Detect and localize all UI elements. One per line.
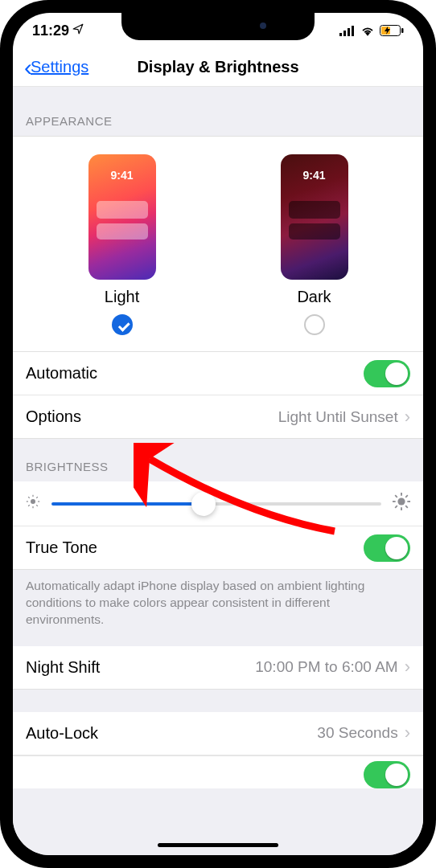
chevron-right-icon: › bbox=[405, 657, 410, 678]
light-mode-label: Light bbox=[105, 288, 139, 306]
battery-charging-icon bbox=[380, 25, 404, 36]
options-label: Options bbox=[26, 407, 81, 426]
light-mode-preview: 9:41 bbox=[88, 154, 156, 280]
automatic-toggle[interactable] bbox=[364, 360, 410, 387]
dark-mode-radio-unchecked-icon[interactable] bbox=[304, 314, 325, 335]
page-title: Display & Brightness bbox=[137, 58, 298, 76]
location-arrow-icon bbox=[72, 23, 84, 38]
svg-rect-3 bbox=[352, 26, 354, 36]
preview-card bbox=[97, 223, 148, 240]
preview-time: 9:41 bbox=[281, 169, 348, 182]
options-value: Light Until Sunset bbox=[278, 408, 398, 426]
svg-line-21 bbox=[395, 495, 397, 497]
dark-mode-label: Dark bbox=[297, 288, 331, 306]
wifi-icon bbox=[360, 25, 375, 36]
light-mode-radio-checked-icon[interactable] bbox=[112, 314, 133, 335]
partial-row bbox=[13, 755, 423, 788]
brightness-group: True Tone bbox=[13, 481, 423, 570]
brightness-section-header: BRIGHTNESS bbox=[13, 439, 423, 481]
brightness-slider-row bbox=[13, 481, 423, 526]
appearance-section-header: APPEARANCE bbox=[13, 87, 423, 136]
light-mode-option[interactable]: 9:41 Light bbox=[30, 154, 214, 335]
svg-rect-0 bbox=[339, 33, 342, 36]
sun-min-icon bbox=[26, 494, 40, 513]
auto-lock-group: Auto-Lock 30 Seconds › bbox=[13, 712, 423, 788]
svg-line-12 bbox=[28, 497, 30, 498]
svg-line-13 bbox=[36, 505, 38, 506]
screen: 11:29 ‹ Settings Display & Br bbox=[13, 13, 423, 855]
cellular-signal-icon bbox=[339, 25, 356, 36]
status-right bbox=[339, 25, 404, 36]
night-shift-value: 10:00 PM to 6:00 AM bbox=[255, 658, 397, 676]
home-indicator[interactable] bbox=[158, 843, 278, 847]
svg-line-24 bbox=[405, 495, 408, 497]
auto-lock-row[interactable]: Auto-Lock 30 Seconds › bbox=[13, 712, 423, 755]
svg-point-16 bbox=[397, 497, 405, 505]
svg-rect-6 bbox=[401, 28, 404, 33]
spacer bbox=[13, 690, 423, 712]
back-button[interactable]: Settings bbox=[31, 58, 88, 76]
night-shift-group: Night Shift 10:00 PM to 6:00 AM › bbox=[13, 646, 423, 690]
chevron-right-icon: › bbox=[405, 407, 410, 428]
options-row[interactable]: Options Light Until Sunset › bbox=[13, 395, 423, 439]
status-left: 11:29 bbox=[32, 23, 84, 39]
preview-card bbox=[289, 223, 340, 240]
auto-lock-label: Auto-Lock bbox=[26, 724, 98, 743]
svg-point-7 bbox=[31, 499, 35, 504]
device-frame: 11:29 ‹ Settings Display & Br bbox=[0, 0, 436, 868]
notch bbox=[121, 13, 315, 40]
svg-line-22 bbox=[405, 506, 408, 508]
nav-bar: ‹ Settings Display & Brightness bbox=[13, 48, 423, 87]
automatic-label: Automatic bbox=[26, 364, 97, 383]
dark-mode-option[interactable]: 9:41 Dark bbox=[222, 154, 406, 335]
preview-time: 9:41 bbox=[88, 169, 156, 182]
partial-toggle[interactable] bbox=[364, 761, 410, 788]
slider-thumb[interactable] bbox=[191, 492, 216, 516]
dark-mode-preview: 9:41 bbox=[281, 154, 348, 280]
chevron-right-icon: › bbox=[405, 723, 410, 743]
true-tone-label: True Tone bbox=[26, 538, 97, 557]
sun-max-icon bbox=[393, 493, 410, 514]
preview-card bbox=[289, 201, 340, 219]
night-shift-label: Night Shift bbox=[26, 658, 100, 677]
preview-card bbox=[97, 201, 148, 219]
content-scroll[interactable]: APPEARANCE 9:41 Light 9:41 bbox=[13, 87, 423, 855]
automatic-row: Automatic bbox=[13, 352, 423, 395]
svg-rect-2 bbox=[348, 28, 350, 36]
status-time: 11:29 bbox=[32, 23, 69, 39]
brightness-slider[interactable] bbox=[51, 502, 381, 506]
svg-line-23 bbox=[395, 506, 397, 508]
svg-line-15 bbox=[36, 497, 38, 498]
true-tone-toggle[interactable] bbox=[364, 534, 410, 562]
true-tone-footer: Automatically adapt iPhone display based… bbox=[13, 570, 423, 646]
true-tone-row: True Tone bbox=[13, 526, 423, 570]
appearance-mode-row: 9:41 Light 9:41 Dark bbox=[13, 137, 423, 338]
night-shift-row[interactable]: Night Shift 10:00 PM to 6:00 AM › bbox=[13, 646, 423, 690]
auto-lock-value: 30 Seconds bbox=[317, 724, 397, 742]
appearance-group: 9:41 Light 9:41 Dark bbox=[13, 136, 423, 439]
svg-rect-1 bbox=[343, 31, 346, 36]
svg-line-14 bbox=[28, 505, 30, 506]
